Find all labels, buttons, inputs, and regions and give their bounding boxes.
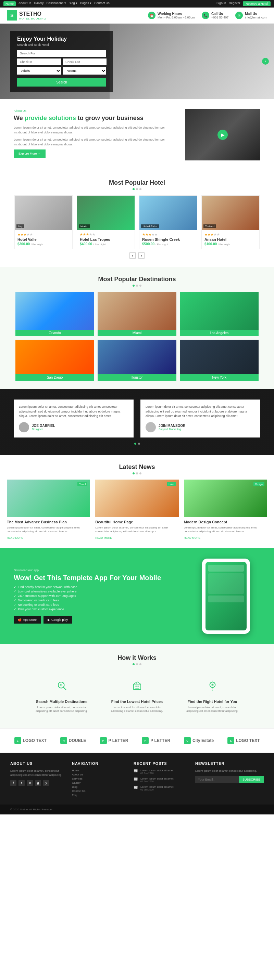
news-title-1: The Most Advance Business Plan bbox=[7, 520, 90, 524]
footer-nav-blog[interactable]: Blog bbox=[72, 785, 127, 788]
lowest-prices-icon: $ bbox=[127, 676, 147, 696]
how-text-2: Lorem ipsum dolor sit amet, consectetur … bbox=[106, 705, 168, 713]
post-icon-1: 📰 bbox=[134, 769, 138, 773]
hotel-stars-1: ★★★★★ bbox=[18, 232, 69, 236]
nav-about[interactable]: About Us bbox=[19, 2, 31, 6]
logo-icon-5: C bbox=[184, 737, 191, 744]
appstore-button[interactable]: 🍎 App Store bbox=[14, 616, 41, 624]
hw-dot-2 bbox=[136, 663, 138, 665]
news-readmore-2[interactable]: READ MORE bbox=[95, 536, 112, 539]
news-image-1: Travel bbox=[7, 480, 90, 517]
news-text-1: Lorem ipsum dolor sit amet, consectetur … bbox=[7, 526, 90, 533]
post-icon-2: 📰 bbox=[134, 777, 138, 781]
footer-newsletter-text: Lorem ipsum dolor sit amet consectetur a… bbox=[195, 769, 264, 773]
destination-newyork[interactable]: New York bbox=[180, 340, 259, 381]
testimonials-grid: Lorem ipsum dolor sit amet, consectetur … bbox=[14, 399, 260, 438]
working-hours-text: Working Hours Mon - Fri: 8:00am - 6:00pm bbox=[157, 12, 195, 19]
social-youtube[interactable]: y bbox=[43, 780, 49, 786]
play-video-button[interactable]: ▶ bbox=[218, 130, 228, 140]
explore-more-button[interactable]: Explore More → bbox=[14, 150, 46, 158]
phone-device bbox=[202, 558, 250, 634]
right-hotel-icon bbox=[202, 676, 223, 696]
dest-dot-2 bbox=[136, 285, 138, 286]
nav-register[interactable]: Register bbox=[229, 2, 240, 6]
post-date-2: 01 Jan 2020 bbox=[140, 780, 173, 783]
footer-about-text: Lorem ipsum dolor sit amet, consectetur … bbox=[10, 769, 65, 777]
social-twitter[interactable]: t bbox=[19, 780, 25, 786]
nav-contact[interactable]: Contact Us bbox=[94, 2, 110, 6]
svg-point-14 bbox=[212, 681, 213, 682]
search-for-input[interactable] bbox=[17, 50, 106, 57]
hotel-prev-button[interactable]: ‹ bbox=[130, 253, 136, 259]
footer-bottom-bar: © 2020 Stetho. All Rights Reserved. bbox=[0, 805, 274, 815]
social-facebook[interactable]: f bbox=[10, 780, 16, 786]
phone-screen-header bbox=[208, 565, 244, 571]
googleplay-icon: ▶ bbox=[48, 618, 50, 622]
how-works-dots bbox=[7, 663, 267, 665]
call-us-text: Call Us +001 53 407 bbox=[212, 12, 228, 19]
checkout-input[interactable] bbox=[62, 59, 107, 65]
app-phone-mockup bbox=[192, 558, 260, 634]
news-readmore-3[interactable]: READ MORE bbox=[184, 536, 200, 539]
post-date-3: 01 Jan 2020 bbox=[140, 788, 173, 791]
nav-gallery[interactable]: Gallery bbox=[34, 2, 44, 6]
hero-next-button[interactable]: › bbox=[262, 58, 269, 65]
post-icon-3: 📰 bbox=[134, 785, 138, 789]
hero-subtitle: Search and Book Hotel bbox=[17, 43, 106, 46]
logo-text-1: LOGO TEXT bbox=[23, 738, 46, 743]
nav-right-links: Sign In Register Reserve a Hotel bbox=[216, 2, 271, 6]
hotel-price-1: $300.00 / Per night bbox=[18, 242, 69, 246]
news-readmore-1[interactable]: READ MORE bbox=[7, 536, 23, 539]
testi-dot-2 bbox=[138, 442, 140, 445]
newsletter-email-input[interactable] bbox=[195, 776, 239, 783]
nav-destinations[interactable]: Destinations ▾ bbox=[46, 2, 66, 6]
destination-orlando[interactable]: Orlando bbox=[15, 292, 94, 336]
hotel-image-4: Thailand bbox=[202, 196, 259, 230]
destination-label-newyork: New York bbox=[180, 374, 259, 381]
nav-home[interactable]: Home bbox=[3, 2, 16, 6]
testimonial-role-2: Support Marketing bbox=[159, 428, 185, 431]
footer-nav-home[interactable]: Home bbox=[72, 769, 127, 772]
social-google[interactable]: g bbox=[35, 780, 41, 786]
footer-nav-about[interactable]: About Us bbox=[72, 773, 127, 776]
appstore-label: App Store bbox=[23, 618, 37, 622]
checkin-input[interactable] bbox=[17, 59, 61, 65]
destination-miami[interactable]: Miami bbox=[98, 292, 176, 336]
nav-pages[interactable]: Pages ▾ bbox=[80, 2, 91, 6]
googleplay-button[interactable]: ▶ Google play bbox=[43, 616, 72, 624]
footer-post-1: 📰 Lorem ipsum dolor sit amet 01 Jan 2020 bbox=[134, 769, 188, 775]
footer-nav-contact[interactable]: Contact Us bbox=[72, 789, 127, 792]
footer-nav-services[interactable]: Services bbox=[72, 777, 127, 780]
news-tag-3: Design bbox=[253, 482, 264, 486]
nav-blog[interactable]: Blog ▾ bbox=[69, 2, 78, 6]
hotel-location-4: Thailand bbox=[203, 224, 216, 228]
footer-nav-col: NAVIGATION Home About Us Services Galler… bbox=[72, 761, 127, 798]
dot-3 bbox=[139, 188, 141, 190]
subscribe-button[interactable]: SUBSCRIBE bbox=[239, 776, 264, 783]
hero-section: Enjoy Your Holiday Search and Book Hotel… bbox=[0, 24, 274, 99]
destination-houston[interactable]: Houston bbox=[98, 340, 176, 381]
hotel-location-2: Mexico bbox=[79, 224, 90, 228]
testimonial-role-1: Designer bbox=[32, 428, 55, 431]
destination-label-miami: Miami bbox=[98, 330, 176, 336]
hero-search-box: Enjoy Your Holiday Search and Book Hotel… bbox=[10, 31, 113, 92]
svg-point-13 bbox=[212, 684, 213, 686]
site-header: S STETHO HOTEL BOOKING ⏰ Working Hours M… bbox=[0, 8, 274, 24]
mail-icon: ✉ bbox=[235, 12, 243, 19]
how-text-1: Lorem ipsum dolor sit amet, consectetur … bbox=[31, 705, 93, 713]
social-linkedin[interactable]: in bbox=[27, 780, 33, 786]
logo-icon: S bbox=[7, 10, 17, 21]
nav-signin[interactable]: Sign In bbox=[216, 2, 226, 6]
footer-nav-gallery[interactable]: Gallery bbox=[72, 781, 127, 784]
destination-sandiego[interactable]: San Diego bbox=[15, 340, 94, 381]
reserve-hotel-button[interactable]: Reserve a Hotel bbox=[243, 2, 271, 6]
footer-about-title: ABOUT US bbox=[10, 761, 65, 765]
about-title: We provide solutions to grow your busine… bbox=[14, 114, 175, 122]
location-icon-svg bbox=[207, 680, 218, 692]
adults-select[interactable]: Adults 1 2 3 bbox=[17, 67, 61, 75]
search-button[interactable]: Search bbox=[17, 78, 106, 86]
rooms-select[interactable]: Rooms 1 2 3 bbox=[62, 67, 107, 75]
hotel-next-button[interactable]: › bbox=[138, 253, 144, 259]
footer-nav-faq[interactable]: Faq bbox=[72, 794, 127, 797]
destination-losangeles[interactable]: Los Angeles bbox=[180, 292, 259, 336]
